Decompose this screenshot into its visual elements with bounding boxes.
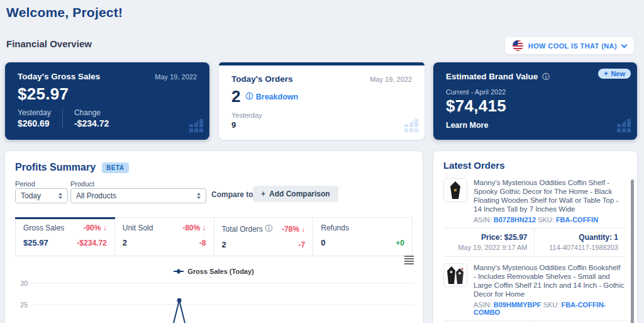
legend-marker-icon [174,269,184,274]
tab-gross-sales[interactable]: Gross Sales -90% ↓ $25.97 -$234.72 [16,218,115,256]
card-title: Estimated Brand Value [446,72,538,81]
order-datetime: May 19, 2022 9:17 AM [450,244,528,251]
todays-orders-card: Today's Orders May 19, 2022 2 ⓘ Breakdow… [219,62,425,140]
product-label: Product [70,180,94,188]
order-list-item: Manny's Mysterious Oddities Coffin Shelf… [433,174,637,224]
yesterday-label: Yesterday [231,111,412,119]
stat-value: 2 [222,240,226,249]
tab-unit-sold[interactable]: Unit Sold -80% ↓ 2 -8 [115,218,214,256]
asin-link[interactable]: B09HMMYBPF [494,301,541,309]
order-meta: Price: $25.97 May 19, 2022 9:17 AM Quant… [443,228,625,257]
stat-value: 0 [321,238,325,247]
info-icon: ⓘ [246,91,253,102]
info-icon[interactable]: ⓘ [265,224,273,234]
updown-arrows-icon [58,193,62,199]
stat-percent: -78% ↓ [282,225,305,234]
period-label: Period [15,180,35,188]
chart-menu-icon[interactable] [404,256,414,266]
stat-delta: +0 [396,239,404,247]
period-value: Today [21,191,41,200]
section-title-financial-overview: Financial Overview [6,38,92,49]
marketplace-selector[interactable]: HOW COOL IS THAT (NA) [505,37,634,54]
learn-more-link[interactable]: Learn More [446,121,488,130]
info-icon[interactable]: ⓘ [542,72,550,82]
sku-link[interactable]: FBA-COFFIN [556,216,598,224]
stat-delta: -7 [299,241,306,249]
order-id: 114-4074117-1988203 [541,244,619,251]
mini-chart-icon [404,118,418,135]
breakdown-label: Breakdown [256,93,298,101]
card-date: May 19, 2022 [155,73,197,81]
brand-value-amount: $74,415 [446,96,625,116]
gross-sales-chart[interactable] [5,274,423,323]
card-date: May 19, 2022 [370,76,412,83]
yesterday-label: Yesterday [18,108,51,117]
change-value: -$234.72 [74,118,109,128]
sparkle-icon: ✦ [604,71,609,77]
new-badge: ✦ New [598,69,631,79]
add-comparison-label: Add Comparison [269,190,330,198]
product-thumbnail [443,178,467,202]
kpi-tabs: Gross Sales -90% ↓ $25.97 -$234.72 Unit … [15,217,413,256]
updown-arrows-icon [197,193,201,199]
yesterday-value: $260.69 [18,118,51,128]
order-product-title: Manny's Mysterious Oddities Coffin Books… [474,263,625,298]
stat-percent: -80% ↓ [182,224,206,232]
stat-label: Gross Sales [23,224,64,232]
order-price: Price: $25.97 [450,233,528,242]
chevron-down-icon [621,42,628,48]
card-title: Today's Gross Sales [18,72,100,81]
product-select[interactable]: All Products [70,188,206,203]
stat-label: Unit Sold [123,224,153,232]
add-comparison-button[interactable]: + Add Comparison [253,186,338,202]
new-badge-label: New [611,70,625,77]
order-product-title: Manny's Mysterious Oddities Coffin Shelf… [474,178,625,213]
profits-summary-panel: Profits Summary BETA Period Today Produc… [5,151,423,323]
order-asin-sku: ASIN: B09HMMYBPF SKU: FBA-COFFIN-COMBO [474,301,625,316]
latest-orders-panel: Latest Orders Manny's Mysterious Odditie… [433,151,637,323]
card-title: Today's Orders [231,74,293,84]
tab-refunds[interactable]: Refunds 0 +0 [313,218,412,256]
brand-value-card: ✦ New Estimated Brand Value ⓘ Current - … [433,62,637,140]
mini-chart-icon [617,118,631,135]
stat-value: $25.97 [23,238,48,247]
order-quantity: Quantity: 1 [541,233,619,242]
tab-total-orders[interactable]: Total Orders ⓘ -78% ↓ 2 -7 [214,218,314,256]
breakdown-link[interactable]: ⓘ Breakdown [246,91,298,102]
stat-value: 2 [123,238,127,247]
asin-link[interactable]: B07Z8HN212 [494,216,536,224]
marketplace-label: HOW COOL IS THAT (NA) [528,42,617,50]
profits-summary-title: Profits Summary [15,162,96,173]
card-accent-strip [219,62,425,65]
stat-percent: -90% ↓ [83,224,106,232]
change-label: Change [74,108,109,117]
order-asin-sku: ASIN: B07Z8HN212 SKU: FBA-COFFIN [474,216,625,224]
product-value: All Products [76,191,116,200]
order-list-item: Manny's Mysterious Oddities Coffin Books… [433,257,637,316]
page-title: Welcome, Project! [6,5,123,20]
product-thumbnail [443,263,467,287]
brand-value-period: Current - April 2022 [446,88,625,96]
gross-sales-card: Today's Gross Sales May 19, 2022 $25.97 … [5,62,209,140]
stat-delta: -8 [199,239,206,247]
orders-scrollbar[interactable] [631,179,634,323]
mini-chart-icon [189,118,203,135]
order-meta: Price: $0.00 May 19, 2022 6:17 AM Quanti… [443,320,625,323]
stat-label: Refunds [321,224,349,232]
stat-delta: -$234.72 [77,239,106,247]
yesterday-value: 9 [231,120,412,130]
stat-label: Total Orders ⓘ [222,224,273,234]
latest-orders-title: Latest Orders [433,151,637,174]
orders-value: 2 [231,87,241,106]
gross-sales-value: $25.97 [18,84,197,104]
period-select[interactable]: Today [15,188,68,203]
compare-to-label: Compare to [211,190,253,199]
plus-icon: + [261,190,265,198]
us-flag-icon [513,40,523,51]
beta-badge: BETA [102,162,128,173]
